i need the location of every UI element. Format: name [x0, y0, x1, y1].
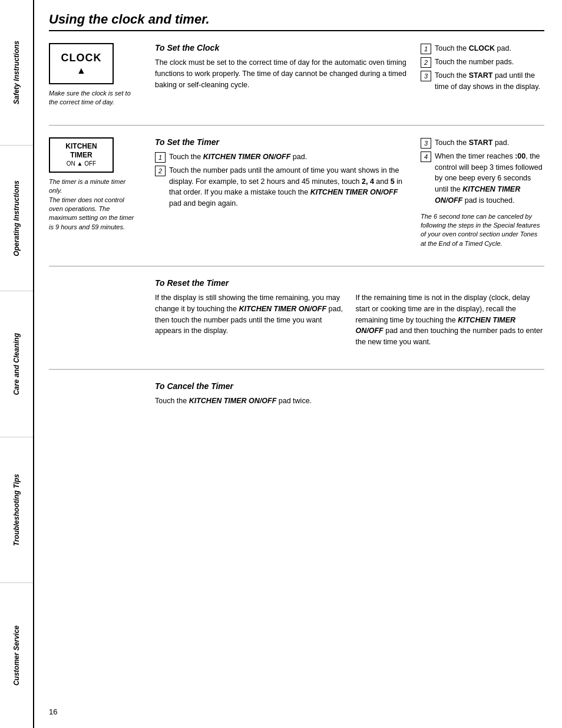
cancel-text: Touch the KITCHEN TIMER ON/OFF pad twice… [155, 396, 544, 407]
timer-step-text-1: Touch the KITCHEN TIMER ON/OFF pad. [169, 151, 307, 163]
sidebar-label-care: Care and Cleaning [12, 333, 21, 395]
timer-step-num-1: 1 [155, 152, 166, 163]
sidebar-section-operating: Operating Instructions [0, 146, 33, 291]
sidebar-section-customer: Customer Service [0, 583, 33, 728]
sidebar-section-care: Care and Cleaning [0, 291, 33, 437]
section-divider-2 [49, 266, 544, 266]
timer-step-num-2: 2 [155, 166, 166, 176]
timer-footnote: The 6 second tone can be canceled by fol… [421, 212, 544, 249]
section-divider-1 [49, 125, 544, 126]
timer-heading: To Set the Timer [155, 137, 409, 147]
step-text-2: Touch the number pads. [435, 57, 514, 68]
timer-left-col: KITCHEN TIMER ON ▲ OFF The timer is a mi… [49, 137, 143, 248]
timer-step-1: 1 Touch the KITCHEN TIMER ON/OFF pad. [155, 151, 409, 163]
sidebar-label-troubleshooting: Troubleshooting Tips [12, 474, 21, 546]
timer-button-label: KITCHEN TIMER ON ▲ OFF [65, 142, 97, 167]
timer-step-2: 2 Touch the number pads until the amount… [155, 165, 409, 209]
timer-steps-right: 3 Touch the START pad. 4 When the timer … [421, 137, 544, 206]
clock-right-col: 1 Touch the CLOCK pad. 2 Touch the numbe… [421, 43, 544, 107]
clock-button-arrow: ▲ [77, 65, 86, 76]
timer-section: KITCHEN TIMER ON ▲ OFF The timer is a mi… [49, 137, 544, 248]
clock-body-text: The clock must be set to the correct tim… [155, 57, 409, 90]
clock-heading: To Set the Clock [155, 43, 409, 52]
reset-row: If the display is still showing the time… [155, 292, 544, 351]
reset-left: If the display is still showing the time… [155, 292, 344, 351]
timer-step-num-4: 4 [421, 151, 431, 162]
clock-caption: Make sure the clock is set to the correc… [49, 89, 134, 107]
reset-right: If the remaining time is not in the disp… [356, 292, 545, 351]
timer-caption-line2: The timer does not control oven operatio… [49, 196, 134, 230]
timer-label-line2: TIMER [70, 151, 92, 159]
section-divider-3 [49, 369, 544, 370]
step-text-3: Touch the START pad until the time of da… [435, 70, 544, 93]
reset-right-text: If the remaining time is not in the disp… [356, 292, 545, 348]
clock-button-label: CLOCK [61, 52, 102, 64]
timer-step-text-2: Touch the number pads until the amount o… [169, 165, 409, 209]
step-num-1: 1 [421, 44, 431, 54]
timer-steps-left: 1 Touch the KITCHEN TIMER ON/OFF pad. 2 … [155, 151, 409, 209]
timer-step-num-3: 3 [421, 138, 431, 149]
step-text-1: Touch the CLOCK pad. [435, 43, 511, 54]
sidebar-section-troubleshooting: Troubleshooting Tips [0, 437, 33, 583]
timer-right-col: 3 Touch the START pad. 4 When the timer … [421, 137, 544, 248]
reset-heading: To Reset the Timer [155, 278, 544, 288]
step-num-3: 3 [421, 71, 431, 81]
timer-caption-line1: The timer is a minute timer only. [49, 178, 125, 194]
cancel-heading: To Cancel the Timer [155, 381, 544, 391]
clock-step-3: 3 Touch the START pad until the time of … [421, 70, 544, 93]
reset-section: To Reset the Timer If the display is sti… [49, 278, 544, 357]
timer-label-line1: KITCHEN [65, 142, 97, 150]
sidebar-label-safety: Safety Instructions [12, 41, 21, 104]
clock-middle-col: To Set the Clock The clock must be set t… [155, 43, 409, 107]
clock-button-graphic: CLOCK ▲ [49, 43, 114, 84]
timer-step-4: 4 When the timer reaches :00, the contro… [421, 151, 544, 206]
page-number: 16 [49, 696, 544, 716]
timer-label-line3: ON ▲ OFF [67, 160, 96, 167]
page-title: Using the clock and timer. [49, 12, 544, 27]
main-content: Using the clock and timer. CLOCK ▲ Make … [34, 0, 562, 728]
timer-caption: The timer is a minute timer only. The ti… [49, 177, 134, 232]
sidebar-label-operating: Operating Instructions [12, 180, 21, 256]
title-divider [49, 30, 544, 31]
cancel-section: To Cancel the Timer Touch the KITCHEN TI… [49, 381, 544, 410]
reset-left-text: If the display is still showing the time… [155, 292, 344, 337]
sidebar: Safety Instructions Operating Instructio… [0, 0, 34, 728]
timer-middle-col: To Set the Timer 1 Touch the KITCHEN TIM… [155, 137, 409, 248]
timer-button-graphic: KITCHEN TIMER ON ▲ OFF [49, 137, 114, 173]
clock-steps: 1 Touch the CLOCK pad. 2 Touch the numbe… [421, 43, 544, 93]
timer-step-text-3: Touch the START pad. [435, 137, 509, 149]
timer-step-3: 3 Touch the START pad. [421, 137, 544, 149]
clock-section: CLOCK ▲ Make sure the clock is set to th… [49, 43, 544, 107]
step-num-2: 2 [421, 57, 431, 68]
clock-step-1: 1 Touch the CLOCK pad. [421, 43, 544, 54]
clock-left-col: CLOCK ▲ Make sure the clock is set to th… [49, 43, 143, 107]
timer-step-text-4: When the timer reaches :00, the control … [435, 151, 544, 206]
sidebar-label-customer: Customer Service [12, 625, 21, 686]
sidebar-section-safety: Safety Instructions [0, 0, 33, 146]
clock-step-2: 2 Touch the number pads. [421, 57, 544, 68]
